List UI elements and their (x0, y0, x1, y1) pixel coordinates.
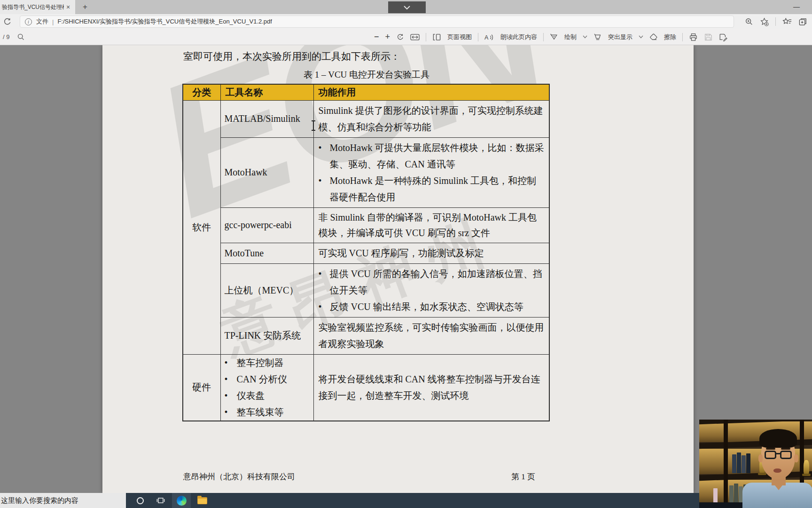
address-bar-actions (745, 14, 812, 29)
page-view-icon[interactable] (432, 33, 441, 41)
header-function: 功能作用 (313, 84, 549, 100)
zoom-out-button[interactable]: − (374, 32, 379, 42)
url-scheme-label: 文件 (36, 17, 48, 26)
draw-button[interactable]: 绘制 (564, 33, 577, 41)
tool-name: 上位机（MEVC） (220, 263, 313, 317)
bullet-text: 提供 VCU 所需的各输入信号，如加速踏板位置、挡位开关等 (330, 266, 545, 299)
cortana-button[interactable] (131, 493, 149, 508)
bullet-text: CAN 分析仪 (237, 371, 310, 388)
category-hardware: 硬件 (183, 354, 220, 421)
header-category: 分类 (183, 84, 220, 100)
presenter (699, 420, 812, 508)
table-row: MotoTune 可实现 VCU 程序刷写，功能测试及标定 (183, 243, 549, 263)
browser-tab-bar: 验指导书_VCU信号处理模块_E × + — (0, 0, 812, 14)
tool-desc: •MotoHawk 可提供大量底层软件模块，比如：数据采集、驱动、存储、CAN … (313, 137, 549, 207)
tool-name: MotoTune (220, 243, 313, 263)
table-header-row: 分类 工具名称 功能作用 (183, 84, 549, 100)
presenter-ear (794, 454, 798, 462)
draw-dropdown-chevron-icon[interactable] (583, 35, 587, 40)
highlight-dropdown-chevron-icon[interactable] (639, 35, 643, 40)
bullet-icon: • (225, 355, 237, 371)
edge-icon (177, 496, 187, 506)
save-icon[interactable] (704, 33, 712, 41)
bullet-text: 仪表盘 (237, 388, 310, 404)
tool-desc: 非 Simulink 自带的编译器，可识别 MotoHawk 工具包模块，并编译… (313, 207, 549, 243)
address-bar-divider (775, 17, 776, 26)
url-separator: | (52, 18, 54, 25)
cortana-icon (137, 497, 144, 504)
tool-desc: •提供 VCU 所需的各输入信号，如加速踏板位置、挡位开关等 •反馈 VCU 输… (313, 263, 549, 317)
erase-button[interactable]: 擦除 (664, 33, 676, 41)
save-as-icon[interactable] (718, 33, 727, 41)
highlight-button[interactable]: 突出显示 (608, 33, 632, 41)
tools-table: 分类 工具名称 功能作用 软件 MATLAB/Simulink Simulink… (182, 84, 550, 421)
fit-width-icon[interactable] (410, 33, 420, 41)
window-minimize-button[interactable]: — (789, 1, 804, 13)
toolbar-divider (426, 33, 426, 41)
presenter-mouth (773, 468, 781, 473)
bullet-icon: • (319, 266, 330, 299)
zoom-page-icon[interactable] (745, 17, 753, 26)
draw-pen-icon[interactable] (550, 33, 558, 41)
recorder-dropdown-chip[interactable] (388, 1, 426, 13)
presenter-ear (758, 454, 763, 462)
print-icon[interactable] (689, 33, 698, 41)
edge-taskbar-button[interactable] (172, 493, 191, 508)
tool-desc: 可实现 VCU 程序刷写，功能测试及标定 (313, 243, 549, 263)
browser-tab[interactable]: 验指导书_VCU信号处理模块_E × (0, 0, 75, 14)
url-text: F:/SHICHENXI/实验指导书/实验指导书_VCU信号处理模块_Eon_V… (57, 17, 272, 26)
bullet-icon: • (225, 371, 237, 388)
add-favorite-icon[interactable] (760, 17, 769, 26)
svg-text:A: A (484, 34, 489, 40)
table-row: 上位机（MEVC） •提供 VCU 所需的各输入信号，如加速踏板位置、挡位开关等… (183, 263, 549, 317)
bullet-icon: • (225, 404, 237, 421)
search-icon[interactable] (17, 33, 25, 41)
footer-company: 意昂神州（北京）科技有限公司 (183, 471, 295, 482)
zoom-in-button[interactable]: + (385, 32, 390, 42)
tool-name: MATLAB/Simulink (220, 100, 313, 137)
bullet-icon: • (319, 173, 330, 206)
new-tab-button[interactable]: + (79, 1, 91, 13)
file-explorer-icon (197, 497, 207, 504)
toolbar-divider (478, 33, 478, 41)
file-explorer-button[interactable] (193, 493, 211, 508)
tool-name: TP-LINK 安防系统 (220, 317, 313, 354)
screen: 验指导书_VCU信号处理模块_E × + — i 文件 | F:/SHICHEN… (0, 0, 812, 508)
task-view-button[interactable] (151, 493, 170, 508)
highlight-pen-icon[interactable] (593, 33, 602, 41)
tool-desc: Simulink 提供了图形化的设计界面，可实现控制系统建模、仿真和综合分析等功… (313, 100, 549, 137)
table-row: MotoHawk •MotoHawk 可提供大量底层软件模块，比如：数据采集、驱… (183, 137, 549, 207)
bullet-text: MotoHawk 可提供大量底层软件模块，比如：数据采集、驱动、存储、CAN 通… (330, 140, 545, 173)
toolbar-divider (543, 33, 544, 41)
tool-name: gcc-powerpc-eabi (220, 207, 313, 243)
taskbar-search-box[interactable]: 这里输入你要搜索的内容 (0, 493, 126, 508)
url-field[interactable]: i 文件 | F:/SHICHENXI/实验指导书/实验指导书_VCU信号处理模… (20, 16, 734, 28)
rotate-icon[interactable] (396, 33, 404, 41)
presenter-eyebrow (766, 448, 775, 450)
eraser-icon[interactable] (649, 33, 658, 41)
chevron-down-icon (403, 5, 411, 10)
page-view-button[interactable]: 页面视图 (447, 33, 472, 41)
info-icon[interactable]: i (25, 18, 32, 25)
toolbar-divider (682, 33, 683, 41)
pdf-viewport[interactable]: EON 意昂神州 室即可使用，本次实验所用到的工具如下表所示： 表 1 – VC… (0, 45, 812, 493)
pdf-page: EON 意昂神州 室即可使用，本次实验所用到的工具如下表所示： 表 1 – VC… (102, 45, 694, 493)
tab-close-icon[interactable]: × (64, 3, 72, 11)
collections-icon[interactable] (798, 17, 807, 26)
tool-desc: 将开发台硬线线束和 CAN 线将整车控制器与开发台连接到一起，创造整车开发、测试… (313, 354, 549, 421)
favorites-bar-icon[interactable] (782, 17, 792, 26)
page-indicator: / 9 (3, 33, 9, 40)
read-aloud-icon[interactable]: A (484, 33, 494, 41)
table-caption: 表 1 – VCU 电控开发台实验工具 (183, 69, 550, 81)
read-aloud-button[interactable]: 朗读此页内容 (500, 33, 537, 41)
footer-page-number: 第 1 页 (511, 471, 535, 482)
task-view-icon (156, 497, 165, 504)
taskbar-search-text: 这里输入你要搜索的内容 (1, 496, 78, 505)
text-cursor (313, 121, 314, 130)
glasses-left-lens (765, 451, 776, 459)
table-row: 软件 MATLAB/Simulink Simulink 提供了图形化的设计界面，… (183, 100, 549, 137)
reload-icon[interactable] (0, 18, 14, 26)
pdf-toolbar: / 9 − + 页面视图 A 朗读此页内容 (0, 29, 812, 45)
tool-name-list: •整车控制器 •CAN 分析仪 •仪表盘 •整车线束等 (220, 354, 313, 421)
bullet-text: 反馈 VCU 输出结果，如水泵状态、空调状态等 (330, 299, 545, 315)
